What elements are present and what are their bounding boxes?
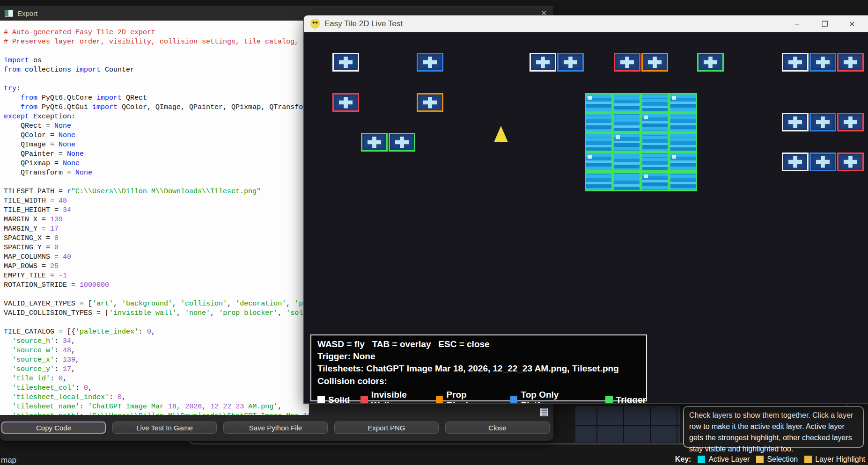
code-line: 'tilesheet_path': 'C:\\Users\\Dillon M\\… — [4, 412, 309, 415]
water-tile — [585, 152, 613, 172]
legend-swatch — [317, 396, 325, 403]
plus-icon — [423, 97, 437, 109]
collision-legend: SolidInvisible WallProp BlockerTop Only … — [317, 390, 646, 403]
code-line: SPACING_Y = 0 — [4, 243, 309, 253]
legend-swatch — [605, 396, 613, 403]
live-canvas[interactable]: WASD = fly TAB = overlay ESC = close Tri… — [304, 32, 868, 403]
code-line: 'source_x': 139, — [4, 356, 309, 365]
resize-grip-icon[interactable] — [540, 408, 548, 416]
plus-icon — [620, 57, 634, 68]
plus-icon — [788, 156, 802, 168]
legend-label: Trigger — [616, 395, 646, 403]
tile-orange — [641, 53, 668, 72]
legend-label: Invisible Wall — [371, 390, 425, 403]
collision-legend-item: Invisible Wall — [360, 390, 425, 403]
collision-legend-item: Prop Blocker — [436, 390, 500, 403]
code-line: QImage = None — [4, 140, 309, 150]
water-tile — [641, 172, 669, 191]
code-line: QColor = None — [4, 131, 309, 140]
water-tile — [613, 132, 641, 152]
export-button-row: Copy CodeLive Test In GameSave Python Fi… — [0, 421, 552, 434]
code-line: VALID_COLLISION_TYPES = ['invisible wall… — [4, 309, 309, 318]
collision-legend-item: Solid — [317, 395, 350, 403]
close-button[interactable]: ✕ — [845, 15, 859, 32]
layers-help-text: Check layers to show them together. Clic… — [689, 411, 853, 453]
tile-white — [332, 53, 359, 72]
water-tile — [669, 93, 697, 113]
water-tile — [613, 172, 641, 191]
tile-red — [837, 153, 864, 171]
tile-blue — [809, 53, 836, 72]
plus-icon — [368, 137, 381, 148]
plus-icon — [788, 116, 802, 128]
button-export-png[interactable]: Export PNG — [334, 421, 439, 434]
plus-icon — [536, 57, 550, 68]
key-item: Layer Highlight — [804, 455, 865, 464]
water-tile — [613, 152, 641, 172]
tile-white — [782, 113, 809, 131]
tile-green — [361, 133, 388, 152]
button-close[interactable]: Close — [445, 421, 550, 434]
code-line: TILESET_PATH = r"C:\\Users\\Dillon M\\Do… — [4, 187, 309, 196]
code-area[interactable]: # Auto-generated Easy Tile 2D export# Pr… — [0, 21, 309, 415]
code-line: MAP_ROWS = 25 — [4, 262, 309, 271]
tile-red — [837, 113, 864, 131]
code-line: 'tilesheet_local_index': 0, — [4, 393, 309, 402]
minimize-button[interactable]: – — [790, 15, 804, 32]
plus-icon — [648, 57, 662, 68]
button-live-test-in-game[interactable]: Live Test In Game — [112, 421, 217, 434]
plus-icon — [704, 57, 717, 68]
plus-icon — [844, 156, 857, 168]
code-line: VALID_LAYER_TYPES = ['art', 'background'… — [4, 299, 309, 309]
button-copy-code[interactable]: Copy Code — [1, 421, 106, 434]
plus-icon — [816, 156, 830, 168]
plus-icon — [844, 116, 857, 128]
code-line — [4, 318, 309, 327]
code-line: except Exception: — [4, 112, 309, 122]
legend-label: Prop Blocker — [446, 390, 500, 403]
button-save-python-file[interactable]: Save Python File — [223, 421, 328, 434]
water-tile — [641, 152, 669, 172]
code-line: from PyQt6.QtCore import QRect — [4, 94, 309, 103]
export-window-icon — [5, 10, 13, 17]
key-label: Selection — [767, 455, 798, 464]
code-line: 'tile_id': 0, — [4, 374, 309, 384]
tile-green — [389, 133, 415, 152]
code-line — [4, 75, 309, 84]
water-tile — [669, 172, 697, 191]
live-test-titlebar[interactable]: Easy Tile 2D Live Test – ❐ ✕ — [304, 15, 868, 32]
legend-label: Solid — [328, 395, 350, 403]
overlay-tilesheets: Tilesheets: ChatGPT Image Mar 18, 2026, … — [317, 363, 646, 375]
water-tile — [585, 93, 613, 113]
maximize-button[interactable]: ❐ — [818, 15, 832, 32]
water-tile — [585, 132, 613, 152]
map-name-label: map — [1, 456, 16, 465]
water-tile — [641, 113, 669, 132]
plus-icon — [788, 57, 802, 68]
player-triangle — [494, 126, 508, 142]
live-test-title: Easy Tile 2D Live Test — [324, 19, 403, 29]
layers-help-panel: Check layers to show them together. Clic… — [683, 406, 864, 448]
water-tile — [585, 113, 613, 132]
collision-legend-item: Trigger — [605, 395, 646, 403]
key-label: Layer Highlight — [815, 455, 865, 464]
tile-white — [530, 53, 556, 72]
water-tile — [669, 152, 697, 172]
key-item: Active Layer — [698, 455, 750, 464]
tile-blue — [809, 113, 836, 131]
key-label: Active Layer — [708, 455, 750, 464]
key-swatch — [804, 456, 812, 463]
code-line: ROTATION_STRIDE = 1000000 — [4, 281, 309, 290]
water-tile — [613, 113, 641, 132]
plus-icon — [423, 57, 437, 68]
map-grid-canvas[interactable] — [575, 406, 680, 443]
plus-icon — [564, 57, 577, 68]
code-line: QPainter = None — [4, 150, 309, 159]
water-tile — [613, 93, 641, 113]
live-test-window: Easy Tile 2D Live Test – ❐ ✕ WASD = fly … — [304, 15, 868, 403]
code-line: 'source_y': 17, — [4, 365, 309, 374]
code-line: from PyQt6.QtGui import QColor, QImage, … — [4, 103, 309, 112]
plus-icon — [844, 57, 857, 68]
tile-orange — [417, 93, 443, 112]
legend-swatch — [360, 396, 368, 403]
